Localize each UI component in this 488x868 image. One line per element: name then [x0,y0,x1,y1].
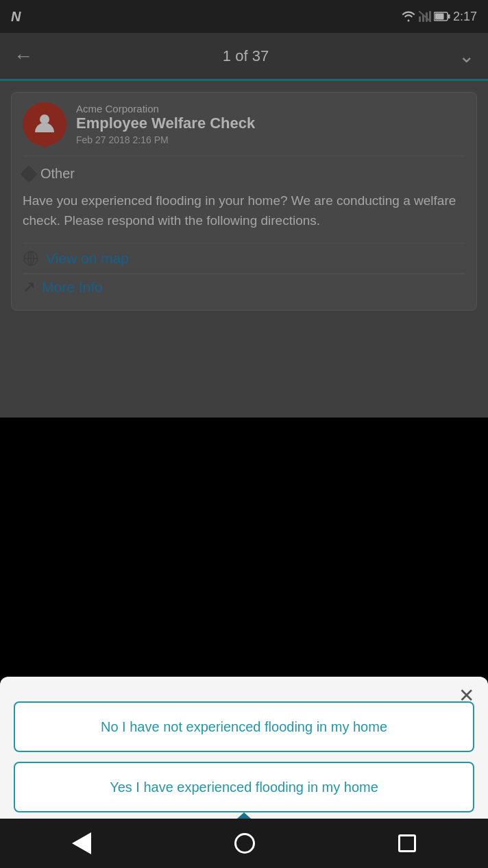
option-no-flooding-button[interactable]: No I have not experienced flooding in my… [14,701,474,752]
option-yes-flooding-button[interactable]: Yes I have experienced flooding in my ho… [14,762,474,812]
modal-close-button[interactable]: ✕ [459,686,474,706]
modal-overlay: ✕ No I have not experienced flooding in … [0,0,488,868]
nav-back-icon[interactable] [72,832,91,854]
nav-home-icon[interactable] [234,833,255,854]
bottom-nav [0,819,488,868]
nav-recents-icon[interactable] [398,834,416,852]
